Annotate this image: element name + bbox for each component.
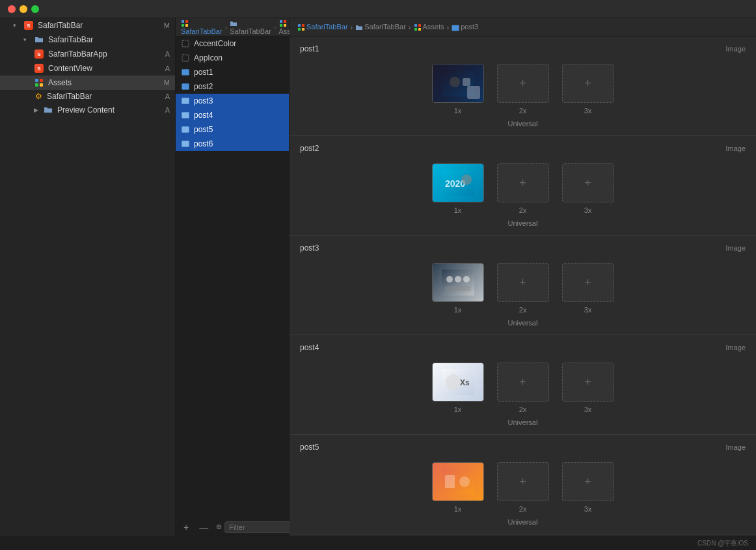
- asset-slots-wrapper-post2: 2020 1x + 2x: [300, 163, 746, 227]
- svg-rect-5: [185, 20, 188, 23]
- svg-rect-12: [182, 40, 189, 47]
- filelist-item-accentcolor[interactable]: AccentColor: [176, 36, 289, 51]
- sidebar-preview-content-badge: A: [165, 106, 170, 114]
- slot-box-post1-3x[interactable]: +: [562, 64, 614, 103]
- slot-box-post3-2x[interactable]: +: [497, 263, 549, 302]
- slot-label-post2-2x: 2x: [519, 206, 527, 214]
- slot-box-post4-2x[interactable]: +: [497, 363, 549, 402]
- filelist-item-post1[interactable]: post1: [176, 65, 289, 79]
- slot-label-post1-3x: 3x: [584, 107, 592, 115]
- asset-slot-post4-1x: Xs 1x: [432, 363, 484, 413]
- chevron-down-icon: ▾: [23, 36, 30, 43]
- asset-slot-post3-2x: + 2x: [497, 263, 549, 314]
- svg-text:Xs: Xs: [460, 378, 470, 387]
- sidebar-item-contentview[interactable]: S ContentView A: [0, 61, 175, 76]
- sidebar-item-root[interactable]: ▾ S SafariTabBar M: [0, 18, 175, 33]
- slot-box-post1-1x[interactable]: [432, 64, 484, 103]
- slot-box-post5-1x[interactable]: [432, 462, 484, 501]
- breadcrumb-part2: SafariTabBar: [230, 19, 271, 35]
- asset-type-post3: Image: [725, 244, 746, 252]
- asset-name-post3: post3: [300, 243, 319, 253]
- slots-row-post1: 1x + 2x + 3x: [432, 64, 614, 115]
- asset-section-post5: post5 Image: [290, 435, 756, 534]
- svg-rect-0: [35, 79, 38, 82]
- slot-box-post4-3x[interactable]: +: [562, 363, 614, 402]
- slot-box-post2-1x[interactable]: 2020: [432, 163, 484, 202]
- slot-box-post5-2x[interactable]: +: [497, 462, 549, 501]
- svg-rect-20: [298, 24, 301, 27]
- filelist-item-appicon[interactable]: AppIcon: [176, 51, 289, 65]
- svg-rect-11: [284, 24, 286, 27]
- slot-image-post4-1x: Xs: [433, 363, 483, 401]
- slot-label-post5-3x: 3x: [584, 505, 592, 513]
- svg-rect-14: [182, 70, 189, 76]
- swift-icon: S: [23, 20, 34, 31]
- asset-slots-wrapper-post3: 1x + 2x + 3x Universal: [300, 263, 746, 327]
- asset-slot-post1-2x: + 2x: [497, 64, 549, 115]
- filelist-item-post2[interactable]: post2: [176, 79, 289, 94]
- asset-name-post4: post4: [300, 343, 319, 352]
- svg-rect-4: [182, 20, 184, 23]
- remove-asset-button[interactable]: —: [196, 521, 211, 534]
- asset-slots-wrapper-post4: Xs 1x + 2x +: [300, 363, 746, 426]
- asset-type-post5: Image: [725, 443, 746, 451]
- slot-box-post2-3x[interactable]: +: [562, 163, 614, 202]
- fullscreen-button[interactable]: [31, 5, 39, 13]
- filelist-accentcolor-label: AccentColor: [194, 39, 236, 48]
- slot-label-post5-1x: 1x: [454, 505, 462, 513]
- svg-rect-3: [40, 83, 43, 87]
- filelist-item-post5[interactable]: post5: [176, 122, 289, 137]
- filelist-appicon-label: AppIcon: [194, 53, 223, 62]
- slot-box-post4-1x[interactable]: Xs: [432, 363, 484, 402]
- svg-rect-26: [414, 28, 417, 31]
- svg-rect-15: [182, 84, 189, 90]
- asset-header-post3: post3 Image: [300, 243, 746, 253]
- sidebar-item-safaritabbarapp[interactable]: S SafariTabBarApp A: [0, 47, 175, 61]
- svg-rect-8: [280, 20, 282, 23]
- slot-box-post5-3x[interactable]: +: [562, 462, 614, 501]
- sidebar-item-safaritabbar-file[interactable]: ⚙ SafariTabBar A: [0, 90, 175, 103]
- filelist-item-post4[interactable]: post4: [176, 108, 289, 122]
- asset-icon: [34, 77, 44, 88]
- slot-box-post3-1x[interactable]: [432, 263, 484, 302]
- asset-section-post3: post3 Image: [290, 236, 756, 335]
- asset-type-post4: Image: [725, 344, 746, 351]
- slot-image-post1-1x: [433, 64, 483, 102]
- asset-slots-wrapper-post5: 1x + 2x + 3x Universal: [300, 462, 746, 526]
- sidebar: ▾ S SafariTabBar M ▾ SafariTabBar S Safa…: [0, 18, 176, 536]
- svg-rect-25: [418, 24, 421, 27]
- slots-row-post4: Xs 1x + 2x +: [432, 363, 614, 413]
- svg-rect-7: [185, 24, 188, 27]
- chevron-right-icon: ▶: [34, 107, 40, 113]
- svg-rect-44: [445, 475, 455, 488]
- asset-universal-post3: Universal: [300, 319, 746, 327]
- svg-rect-19: [182, 141, 189, 147]
- slot-box-post2-2x[interactable]: +: [497, 163, 549, 202]
- svg-point-45: [459, 476, 470, 487]
- minimize-button[interactable]: [20, 5, 27, 13]
- slot-image-post5-1x: [433, 463, 483, 501]
- filelist-post2-label: post2: [194, 82, 213, 91]
- sidebar-root-badge: M: [164, 21, 170, 29]
- sidebar-item-assets[interactable]: Assets M: [0, 76, 175, 90]
- svg-point-38: [463, 276, 470, 282]
- sidebar-root-label: SafariTabBar: [38, 21, 161, 30]
- asset-slot-post3-3x: + 3x: [562, 263, 614, 314]
- filelist-item-post6[interactable]: post6: [176, 137, 289, 151]
- asset-header-post2: post2 Image: [300, 144, 746, 153]
- add-asset-button[interactable]: +: [181, 521, 191, 534]
- slot-box-post3-3x[interactable]: +: [562, 263, 614, 302]
- gear-icon: ⚙: [34, 92, 43, 101]
- cb-sep3: ›: [447, 23, 450, 31]
- sidebar-item-preview-content[interactable]: ▶ Preview Content A: [0, 103, 175, 117]
- close-button[interactable]: [8, 5, 16, 13]
- image-icon: [181, 68, 190, 77]
- sidebar-safaritabbar-file-label: SafariTabBar: [47, 92, 163, 101]
- filelist-item-post3[interactable]: post3: [176, 94, 289, 108]
- slot-box-post1-2x[interactable]: +: [497, 64, 549, 103]
- content-breadcrumb: SafariTabBar › SafariTabBar › Assets ›: [290, 18, 756, 36]
- image-icon: [181, 111, 190, 120]
- sidebar-item-safaritabbar-group[interactable]: ▾ SafariTabBar: [0, 33, 175, 47]
- slot-label-post3-3x: 3x: [584, 306, 592, 314]
- sidebar-assets-badge: M: [164, 79, 170, 87]
